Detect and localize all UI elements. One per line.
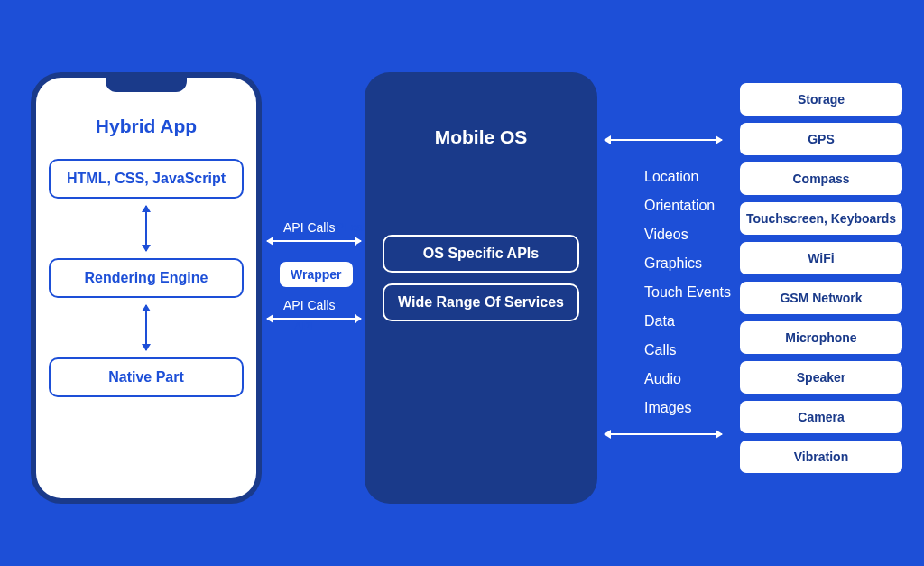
service-item: Audio <box>644 365 735 394</box>
phone-notch <box>106 78 187 92</box>
hybrid-box-html: HTML, CSS, JavaScript <box>49 159 244 199</box>
device-box: GSM Network <box>740 282 902 314</box>
device-box: Microphone <box>740 321 902 354</box>
hybrid-title: Hybrid App <box>96 116 197 137</box>
service-item: Videos <box>644 220 735 249</box>
service-item: Data <box>644 307 735 336</box>
service-item: Location <box>644 162 735 191</box>
arrow-render-native: API <box>145 305 147 350</box>
service-item: Orientation <box>644 191 735 220</box>
arrow-api-bottom-label: API Calls <box>283 298 336 312</box>
mobile-os-block: Mobile OS OS Specific APIs Wide Range Of… <box>365 72 597 504</box>
device-box: Vibration <box>740 441 902 473</box>
hybrid-box-native: Native Part <box>49 357 244 397</box>
device-list: Storage GPS Compass Touchscreen, Keyboar… <box>740 83 902 473</box>
arrow-label: API <box>294 320 313 333</box>
device-box: Speaker <box>740 361 902 394</box>
phone-screen: Hybrid App HTML, CSS, JavaScript HTML AP… <box>36 78 256 498</box>
service-item: Calls <box>644 336 735 365</box>
service-item: Touch Events <box>644 278 735 307</box>
device-box: Camera <box>740 401 902 433</box>
vertical-arrow-icon <box>145 305 147 350</box>
service-item: Graphics <box>644 249 735 278</box>
device-box: Touchscreen, Keyboards <box>740 202 902 235</box>
service-item: Images <box>644 394 735 422</box>
device-box: GPS <box>740 123 902 155</box>
os-box-apis: OS Specific APIs <box>383 235 579 273</box>
device-box: Compass <box>740 162 902 195</box>
os-title: Mobile OS <box>435 126 528 148</box>
os-box-services: Wide Range Of Services <box>383 283 579 321</box>
arrow-html-render: HTML API calls <box>145 206 147 251</box>
arrow-os-right-top <box>605 139 722 141</box>
hybrid-app-phone: Hybrid App HTML, CSS, JavaScript HTML AP… <box>31 72 262 504</box>
service-list: Location Orientation Videos Graphics Tou… <box>644 162 735 422</box>
device-box: WiFi <box>740 242 902 274</box>
arrow-os-right-bottom <box>605 433 722 435</box>
arrow-api-bottom <box>267 318 361 320</box>
vertical-arrow-icon <box>145 206 147 251</box>
wrapper-box: Wrapper <box>280 262 353 287</box>
hybrid-box-render: Rendering Engine <box>49 258 244 298</box>
arrow-api-top-label: API Calls <box>283 220 336 235</box>
device-box: Storage <box>740 83 902 116</box>
arrow-api-top <box>267 240 361 242</box>
